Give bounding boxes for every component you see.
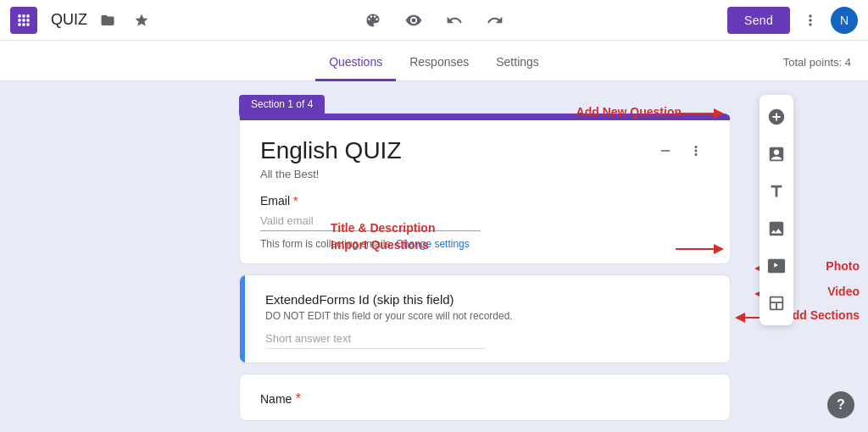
main-content: Section 1 of 4 English QUIZ All the Best…	[0, 81, 868, 432]
svg-rect-3	[18, 19, 20, 21]
tab-questions[interactable]: Questions	[315, 55, 396, 81]
add-video-btn[interactable]	[760, 249, 793, 283]
svg-rect-6	[18, 23, 20, 25]
short-answer-hint: Short answer text	[265, 332, 486, 349]
name-card: Name *	[239, 374, 731, 421]
ext-title: ExtendedForms Id (skip this field)	[265, 292, 709, 307]
name-label: Name	[260, 392, 292, 406]
title-desc-btn[interactable]	[760, 174, 793, 208]
tabs-bar: Questions Responses Settings Total point…	[0, 41, 868, 81]
section-header: Section 1 of 4	[239, 95, 325, 114]
name-required-star: *	[296, 391, 301, 406]
add-section-btn[interactable]	[760, 286, 793, 320]
palette-icon-btn[interactable]	[359, 7, 387, 34]
form-description: All the Best!	[260, 168, 709, 180]
add-question-btn[interactable]	[760, 100, 793, 134]
ext-card: ExtendedForms Id (skip this field) DO NO…	[239, 274, 731, 363]
toolbar	[760, 95, 793, 325]
folder-icon-btn[interactable]	[94, 7, 121, 34]
svg-rect-4	[22, 19, 25, 21]
tab-responses[interactable]: Responses	[396, 55, 482, 81]
email-label: Email *	[260, 194, 709, 208]
avatar[interactable]: N	[831, 7, 858, 34]
change-settings-link[interactable]: Change settings	[396, 238, 470, 250]
add-image-btn[interactable]	[760, 212, 793, 246]
tab-settings[interactable]: Settings	[482, 55, 553, 81]
collecting-note: This form is collecting emails. Change s…	[260, 238, 709, 250]
ext-desc: DO NOT EDIT this field or your score wil…	[265, 310, 709, 322]
form-title[interactable]: English QUIZ	[260, 137, 652, 164]
email-input-display[interactable]: Valid email	[260, 211, 481, 231]
undo-icon-btn[interactable]	[441, 7, 468, 34]
more-card-icon-btn[interactable]	[682, 137, 709, 164]
import-questions-btn[interactable]	[760, 137, 793, 171]
preview-icon-btn[interactable]	[400, 7, 427, 34]
app-icon[interactable]	[10, 7, 37, 34]
form-area: Section 1 of 4 English QUIZ All the Best…	[86, 95, 782, 418]
svg-rect-8	[26, 23, 29, 25]
annotation-photo: Photo	[826, 259, 860, 273]
svg-rect-0	[18, 14, 20, 17]
quiz-title: QUIZ	[51, 11, 87, 29]
collapse-icon-btn[interactable]	[652, 137, 679, 164]
annotation-video: Video	[827, 285, 860, 298]
help-button[interactable]: ?	[827, 391, 854, 418]
annotation-add-sections: Add Sections	[784, 308, 860, 322]
total-points: Total points: 4	[783, 56, 851, 69]
more-options-btn[interactable]	[797, 7, 824, 34]
send-button[interactable]: Send	[727, 7, 790, 34]
main-card: English QUIZ All the Best! Email *	[239, 114, 731, 264]
svg-rect-7	[22, 23, 25, 25]
redo-icon-btn[interactable]	[481, 7, 509, 34]
svg-rect-1	[22, 14, 25, 17]
star-icon-btn[interactable]	[128, 7, 155, 34]
svg-rect-5	[26, 19, 29, 21]
svg-rect-2	[26, 14, 29, 17]
required-star: *	[293, 194, 298, 208]
header-center	[359, 7, 509, 34]
top-header: QUIZ Send N	[0, 0, 868, 41]
